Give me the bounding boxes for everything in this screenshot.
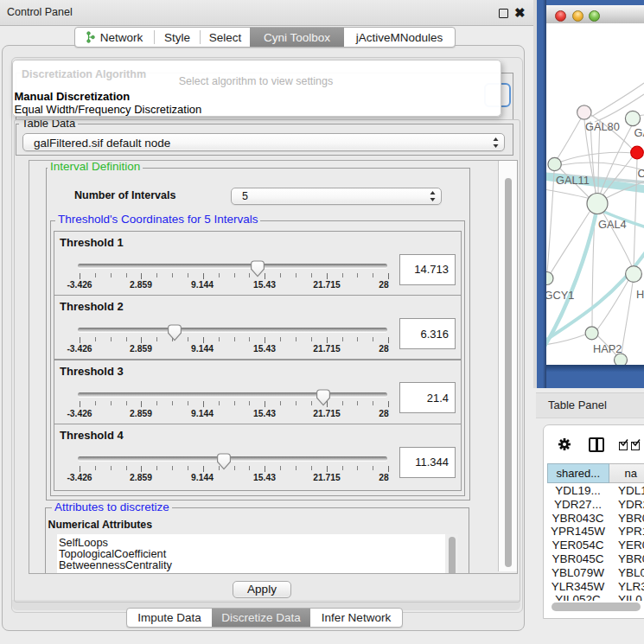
svg-text:GAL4: GAL4 [598,218,627,231]
svg-text:HAP2: HAP2 [593,342,622,355]
svg-text:GA: GA [634,126,644,139]
svg-text:H: H [636,288,644,301]
svg-text:GCY1: GCY1 [546,289,574,302]
svg-text:GAL80: GAL80 [585,120,620,133]
svg-text:C: C [638,167,644,180]
svg-text:GAL11: GAL11 [556,174,590,187]
